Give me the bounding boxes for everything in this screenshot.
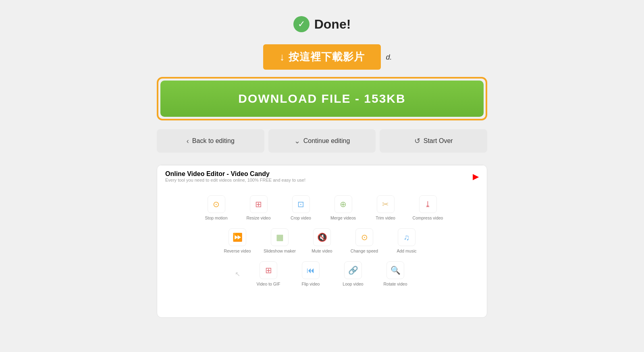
continue-editing-label: Continue editing xyxy=(303,137,350,145)
change-speed-icon: ⊙ xyxy=(355,228,373,246)
back-to-editing-label: Back to editing xyxy=(192,137,235,145)
change-speed-label: Change speed xyxy=(351,248,378,253)
resize-video-icon: ⊞ xyxy=(250,195,268,213)
compress-video-label: Compress video xyxy=(413,215,443,220)
tool-compress-video[interactable]: ⤓ Compress video xyxy=(410,195,446,220)
tools-row-3: ⊙ Stop motion ⊞ Resize video ⊡ Crop vide… xyxy=(163,195,481,220)
flip-video-label: Flip video xyxy=(302,282,320,286)
mute-video-label: Mute video xyxy=(312,248,332,253)
merge-videos-label: Merge videos xyxy=(330,215,356,220)
tool-slideshow-maker[interactable]: ▦ Slideshow maker xyxy=(262,228,298,253)
compress-video-icon: ⤓ xyxy=(419,195,437,213)
action-buttons-row: ‹ Back to editing ⌄ Continue editing ↺ S… xyxy=(157,129,487,153)
rotate-video-icon: 🔍 xyxy=(386,261,404,279)
mute-video-icon: 🔇 xyxy=(313,228,331,246)
tool-mute-video[interactable]: 🔇 Mute video xyxy=(304,228,340,253)
start-over-label: Start Over xyxy=(424,137,453,145)
video-to-gif-label: Video to GIF xyxy=(257,282,280,286)
slideshow-maker-icon: ▦ xyxy=(271,228,289,246)
add-music-label: Add music xyxy=(397,248,416,253)
site-name: Online Video Editor - Video Candy xyxy=(165,170,305,178)
back-chevron-icon: ‹ xyxy=(187,137,189,145)
youtube-icon: ▶ xyxy=(473,172,479,181)
stop-motion-label: Stop motion xyxy=(205,215,227,220)
cursor-icon: ↖ xyxy=(231,261,244,286)
done-header: ✓ Done! xyxy=(293,16,351,32)
slideshow-maker-label: Slideshow maker xyxy=(264,248,296,253)
trim-video-icon: ✂ xyxy=(377,195,395,213)
crop-video-icon: ⊡ xyxy=(292,195,310,213)
rotate-video-label: Rotate video xyxy=(384,282,407,286)
tool-stop-motion[interactable]: ⊙ Stop motion xyxy=(198,195,235,220)
tool-trim-video[interactable]: ✂ Trim video xyxy=(368,195,404,220)
video-to-gif-icon: ⊞ xyxy=(260,261,277,279)
resize-video-label: Resize video xyxy=(246,215,270,220)
continue-chevron-icon: ⌄ xyxy=(294,137,300,145)
tool-loop-video[interactable]: 🔗 Loop video xyxy=(335,261,371,286)
tool-merge-videos[interactable]: ⊕ Merge videos xyxy=(325,195,361,220)
loop-video-icon: 🔗 xyxy=(344,261,362,279)
crop-video-label: Crop video xyxy=(291,215,311,220)
loop-video-label: Loop video xyxy=(343,282,363,286)
merge-videos-icon: ⊕ xyxy=(334,195,352,213)
site-tagline: Every tool you need to edit videos onlin… xyxy=(165,178,305,182)
continue-editing-button[interactable]: ⌄ Continue editing xyxy=(268,129,376,153)
download-hint-wrapper: ↓ 按這裡下載影片 d. xyxy=(263,44,380,70)
tools-row-2: ⏩ Reverse video ▦ Slideshow maker 🔇 Mute… xyxy=(163,228,481,253)
tool-flip-video[interactable]: ⏮ Flip video xyxy=(293,261,329,286)
tools-grid: ⊙ Stop motion ⊞ Resize video ⊡ Crop vide… xyxy=(157,187,487,317)
add-music-icon: ♫ xyxy=(398,228,415,246)
start-over-icon: ↺ xyxy=(414,137,420,145)
site-info: Online Video Editor - Video Candy Every … xyxy=(165,170,305,182)
start-over-button[interactable]: ↺ Start Over xyxy=(380,129,487,153)
flip-video-icon: ⏮ xyxy=(302,261,320,279)
tool-reverse-video[interactable]: ⏩ Reverse video xyxy=(219,228,256,253)
done-title: Done! xyxy=(314,17,351,32)
download-btn-wrapper: DOWNLOAD FILE - 153KB xyxy=(157,77,487,120)
download-hint-banner: ↓ 按這裡下載影片 xyxy=(263,44,380,70)
reverse-video-label: Reverse video xyxy=(224,248,251,253)
tool-add-music[interactable]: ♫ Add music xyxy=(388,228,425,253)
download-btn-label: DOWNLOAD FILE - 153KB xyxy=(238,92,405,106)
site-footer-bar: Online Video Editor - Video Candy Every … xyxy=(157,165,487,187)
tool-resize-video[interactable]: ⊞ Resize video xyxy=(241,195,277,220)
back-to-editing-button[interactable]: ‹ Back to editing xyxy=(157,129,264,153)
trim-video-label: Trim video xyxy=(376,215,395,220)
tool-video-to-gif[interactable]: ⊞ Video to GIF xyxy=(250,261,287,286)
download-file-button[interactable]: DOWNLOAD FILE - 153KB xyxy=(160,81,484,117)
download-hint-text: ↓ 按這裡下載影片 xyxy=(279,50,364,64)
stop-motion-icon: ⊙ xyxy=(208,195,225,213)
tools-row-1: ↖ ⊞ Video to GIF ⏮ Flip video 🔗 Loop vid… xyxy=(163,261,481,286)
reverse-video-icon: ⏩ xyxy=(229,228,246,246)
tool-crop-video[interactable]: ⊡ Crop video xyxy=(283,195,319,220)
tool-rotate-video[interactable]: 🔍 Rotate video xyxy=(377,261,413,286)
tools-preview-panel: Online Video Editor - Video Candy Every … xyxy=(157,165,487,318)
check-circle-icon: ✓ xyxy=(293,16,310,32)
hint-suffix: d. xyxy=(386,53,392,61)
tools-preview-inner: Online Video Editor - Video Candy Every … xyxy=(157,165,487,317)
tool-change-speed[interactable]: ⊙ Change speed xyxy=(346,228,382,253)
